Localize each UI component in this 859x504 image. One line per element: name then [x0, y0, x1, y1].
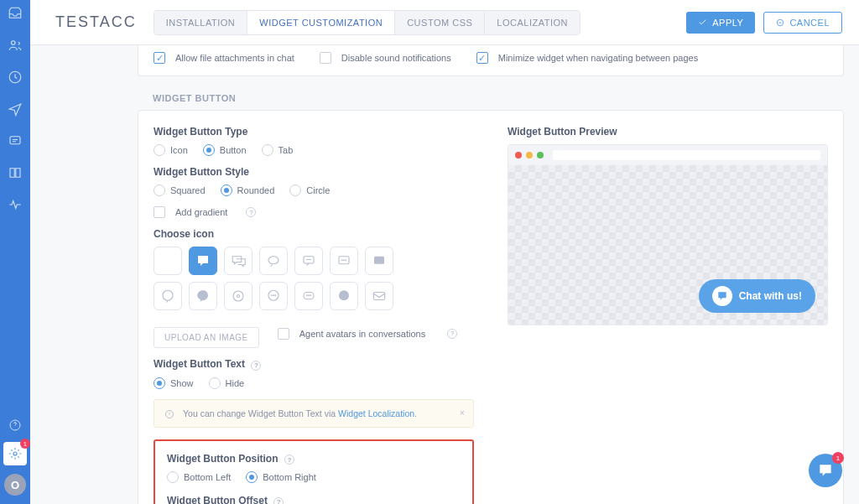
radio-type-icon[interactable]: Icon — [154, 144, 188, 156]
tab-widget-customization[interactable]: WIDGET CUSTOMIZATION — [247, 11, 395, 34]
cancel-button[interactable]: CANCEL — [763, 12, 842, 34]
icon-option[interactable] — [330, 247, 358, 275]
tab-installation[interactable]: INSTALLATION — [154, 11, 248, 34]
icon-grid — [154, 247, 422, 310]
clock-icon[interactable] — [7, 69, 23, 86]
icon-option[interactable] — [259, 282, 288, 310]
checkbox-allow-attachments[interactable]: ✓Allow file attachments in chat — [154, 52, 294, 64]
svg-point-9 — [341, 260, 342, 261]
icon-option[interactable] — [365, 282, 393, 310]
apply-button[interactable]: APPLY — [686, 12, 755, 34]
icon-option[interactable] — [294, 282, 323, 310]
widget-localization-link[interactable]: Widget Localization — [338, 408, 414, 418]
radio-position-bottom-right[interactable]: Bottom Right — [246, 471, 316, 483]
icon-option[interactable] — [224, 282, 252, 310]
icon-option[interactable] — [224, 247, 252, 275]
left-nav: 1 O — [0, 0, 30, 504]
svg-point-23 — [310, 295, 311, 296]
preview-window-bar — [508, 145, 827, 165]
icon-option[interactable] — [294, 247, 323, 275]
close-icon[interactable]: × — [460, 408, 465, 418]
widget-button-card: Widget Button Type Icon Button Tab Widge… — [138, 110, 844, 504]
icon-option[interactable] — [330, 282, 358, 310]
help-icon[interactable]: ? — [447, 329, 457, 339]
radio-style-rounded[interactable]: Rounded — [221, 184, 275, 196]
checkbox-disable-sound[interactable]: Disable sound notifications — [320, 52, 451, 64]
preview-title: Widget Button Preview — [508, 126, 828, 138]
tab-localization[interactable]: LOCALIZATION — [485, 11, 580, 34]
choose-icon-title: Choose icon — [154, 228, 474, 240]
section-title: WIDGET BUTTON — [153, 93, 844, 103]
top-checkbox-row: ✓Allow file attachments in chat Disable … — [138, 45, 844, 76]
top-bar: TESTACC INSTALLATION WIDGET CUSTOMIZATIO… — [30, 0, 859, 45]
preview-pane: Chat with us! — [508, 144, 828, 325]
radio-type-button[interactable]: Button — [203, 144, 247, 156]
checkbox-add-gradient[interactable]: Add gradient — [154, 206, 227, 218]
upload-image-button[interactable]: UPLOAD AN IMAGE — [154, 327, 259, 348]
radio-position-bottom-left[interactable]: Bottom Left — [167, 471, 231, 483]
svg-point-22 — [309, 295, 310, 296]
svg-point-0 — [12, 41, 16, 45]
radio-style-squared[interactable]: Squared — [154, 184, 206, 196]
svg-point-14 — [233, 291, 243, 301]
svg-point-15 — [237, 295, 240, 298]
offset-title: Widget Button Offset ? — [167, 495, 461, 504]
icon-option[interactable] — [154, 247, 182, 275]
info-alert: You can change Widget Button Text via Wi… — [154, 399, 474, 428]
notification-badge: 1 — [20, 439, 30, 449]
svg-point-11 — [346, 260, 346, 261]
svg-point-19 — [275, 295, 276, 296]
chat-fab[interactable]: 1 — [809, 454, 842, 487]
help-icon[interactable]: ? — [284, 455, 294, 465]
icon-option[interactable] — [259, 247, 288, 275]
inbox-icon[interactable] — [7, 5, 23, 22]
icon-option[interactable] — [189, 282, 217, 310]
svg-point-21 — [306, 295, 307, 296]
svg-point-18 — [273, 295, 274, 296]
book-icon[interactable] — [7, 164, 23, 181]
fab-badge: 1 — [832, 452, 844, 464]
people-icon[interactable] — [7, 37, 23, 54]
radio-text-hide[interactable]: Hide — [209, 377, 245, 389]
button-type-title: Widget Button Type — [154, 126, 474, 138]
help-icon[interactable]: ? — [246, 207, 256, 217]
highlighted-section: Widget Button Position ? Bottom Left Bot… — [154, 439, 474, 505]
settings-tile[interactable]: 1 — [3, 442, 27, 465]
svg-point-17 — [271, 295, 272, 296]
button-style-title: Widget Button Style — [154, 166, 474, 178]
avatar[interactable]: O — [4, 474, 26, 496]
message-icon[interactable] — [7, 132, 23, 149]
position-title: Widget Button Position ? — [167, 453, 461, 465]
radio-type-tab[interactable]: Tab — [262, 144, 294, 156]
help-icon[interactable]: ? — [273, 497, 284, 505]
activity-icon[interactable] — [7, 196, 23, 213]
preview-chat-button: Chat with us! — [699, 279, 815, 313]
radio-text-show[interactable]: Show — [154, 377, 194, 389]
svg-point-13 — [163, 290, 173, 300]
help-icon[interactable]: ? — [251, 361, 261, 371]
tab-custom-css[interactable]: CUSTOM CSS — [395, 11, 485, 34]
svg-point-6 — [268, 257, 279, 264]
checkbox-minimize-widget[interactable]: ✓Minimize widget when navigating between… — [476, 52, 698, 64]
svg-point-4 — [13, 452, 17, 455]
icon-option[interactable] — [365, 247, 393, 275]
checkbox-agent-avatars[interactable]: Agent avatars in conversations — [278, 328, 425, 340]
svg-rect-12 — [374, 257, 384, 264]
brand-name: TESTACC — [55, 13, 137, 31]
svg-point-24 — [339, 290, 349, 300]
svg-rect-25 — [373, 293, 385, 300]
send-icon[interactable] — [7, 101, 23, 117]
help-icon[interactable] — [7, 417, 23, 434]
button-text-title: Widget Button Text ? — [154, 358, 474, 371]
main-tabs: INSTALLATION WIDGET CUSTOMIZATION CUSTOM… — [154, 10, 580, 35]
icon-option-selected[interactable] — [189, 247, 217, 275]
radio-style-circle[interactable]: Circle — [289, 184, 330, 196]
icon-option[interactable] — [154, 282, 182, 310]
svg-rect-2 — [10, 137, 20, 144]
svg-point-10 — [344, 260, 345, 261]
